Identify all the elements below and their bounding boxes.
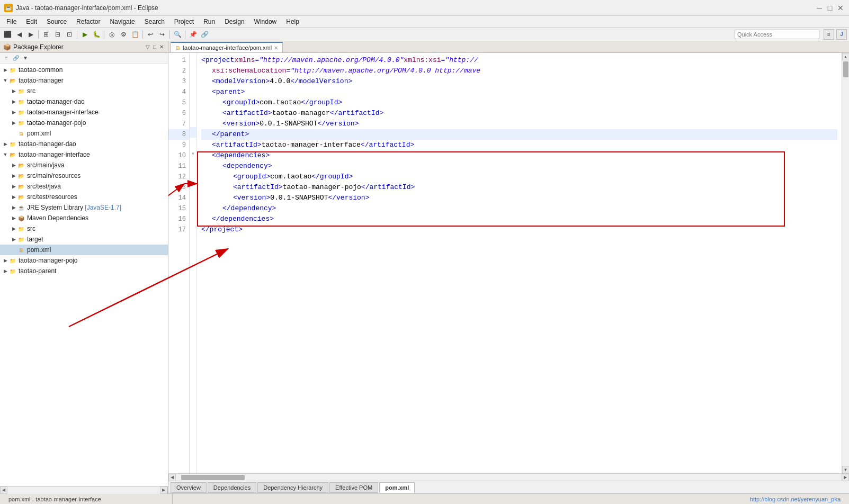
toolbar-run[interactable]: ▶ xyxy=(79,29,90,40)
perspective-btn-java[interactable]: J xyxy=(836,29,847,40)
tree-item-taotao-parent[interactable]: ▶ 📁 taotao-parent xyxy=(0,266,168,276)
tree-item-taotao-common[interactable]: ▶ 📁 taotao-common xyxy=(0,65,168,75)
maximize-button[interactable]: □ xyxy=(826,4,834,12)
code-text-version1: 0.0.1-SNAPSHOT xyxy=(260,119,317,129)
menu-run[interactable]: Run xyxy=(199,17,219,26)
bottom-tab-dep-hierarchy[interactable]: Dependency Hierarchy xyxy=(257,482,328,493)
menu-source[interactable]: Source xyxy=(42,17,71,26)
menu-file[interactable]: File xyxy=(2,17,21,26)
tree-item-jre[interactable]: ▶ ☕ JRE System Library [JavaSE-1.7] xyxy=(0,202,168,213)
toolbar-btn-12[interactable]: 🔍 xyxy=(172,29,183,40)
code-area[interactable]: <project xmlns = "http://maven.apache.or… xyxy=(197,53,842,473)
code-tag-groupid-close1: </groupId> xyxy=(301,97,342,108)
right-scrollbar[interactable]: ▲ ▼ xyxy=(842,53,849,473)
menu-search[interactable]: Search xyxy=(140,17,169,26)
toolbar-btn-8[interactable]: ⚙ xyxy=(118,29,129,40)
bottom-tab-dependencies[interactable]: Dependencies xyxy=(208,482,256,493)
status-left: pom.xml - taotao-manager-interface xyxy=(4,494,173,505)
code-line-15: </dependency> xyxy=(201,203,837,214)
tree-item-maven-deps[interactable]: ▶ 📦 Maven Dependencies xyxy=(0,213,168,223)
toolbar-btn-9[interactable]: 📋 xyxy=(130,29,140,40)
code-tag-version-open1: <version> xyxy=(222,119,260,129)
folder-icon-parent: 📁 xyxy=(8,267,17,275)
tree-label-manager-interface: taotao-manager-interface xyxy=(27,109,99,116)
code-tag-deps-close: </dependencies> xyxy=(212,214,274,224)
pe-maximize-btn[interactable]: □ xyxy=(152,44,157,50)
toolbar-btn-7[interactable]: ◎ xyxy=(106,29,117,40)
editor-tab-pom[interactable]: 🗎 taotao-manager-interface/pom.xml ✕ xyxy=(171,42,283,52)
menu-project[interactable]: Project xyxy=(170,17,198,26)
h-scroll-left-btn[interactable]: ◀ xyxy=(168,474,176,481)
title-bar-controls[interactable]: ─ □ ✕ xyxy=(815,4,845,12)
toolbar-debug[interactable]: 🐛 xyxy=(91,29,102,40)
tree-item-src-test-java[interactable]: ▶ 📂 src/test/java xyxy=(0,181,168,192)
minimize-button[interactable]: ─ xyxy=(815,4,824,12)
tree-item-manager-dao[interactable]: ▶ 📁 taotao-manager-dao xyxy=(0,96,168,107)
pe-close-btn[interactable]: ✕ xyxy=(158,44,165,50)
scroll-up-btn[interactable]: ▲ xyxy=(842,53,850,60)
tree-item-manager-pom[interactable]: 🗎 pom.xml xyxy=(0,128,168,139)
code-line-1: <project xmlns = "http://maven.apache.or… xyxy=(201,55,837,66)
tree-item-src-test-resources[interactable]: ▶ 📂 src/test/resources xyxy=(0,192,168,202)
menu-navigate[interactable]: Navigate xyxy=(105,17,139,26)
pe-menu-btn[interactable]: ▼ xyxy=(21,54,30,62)
perspective-btn-1[interactable]: ≡ xyxy=(824,29,834,40)
tree-item-manager-interface[interactable]: ▶ 📁 taotao-manager-interface xyxy=(0,107,168,118)
scroll-down-btn[interactable]: ▼ xyxy=(842,466,850,473)
toolbar-btn-11[interactable]: ↪ xyxy=(157,29,167,40)
tree-item-manager-src[interactable]: ▶ 📁 src xyxy=(0,86,168,96)
tree-area[interactable]: ▶ 📁 taotao-common ▼ 📂 taotao-manager ▶ 📁… xyxy=(0,64,168,486)
toolbar-btn-13[interactable]: 📌 xyxy=(187,29,198,40)
bottom-tab-effective-pom[interactable]: Effective POM xyxy=(329,482,378,493)
tree-item-interface-src[interactable]: ▶ 📁 src xyxy=(0,223,168,234)
toolbar-btn-4[interactable]: ⊞ xyxy=(41,29,51,40)
menu-refactor[interactable]: Refactor xyxy=(72,17,104,26)
menu-window[interactable]: Window xyxy=(250,17,281,26)
toolbar-btn-3[interactable]: ▶ xyxy=(25,29,36,40)
fold-13 xyxy=(190,180,196,191)
tree-arrow-parent: ▶ xyxy=(2,268,8,274)
pe-link-btn[interactable]: 🔗 xyxy=(12,54,20,62)
quick-access-input[interactable] xyxy=(735,30,819,39)
pe-controls: ▽ □ ✕ xyxy=(145,44,165,50)
toolbar-btn-10[interactable]: ↩ xyxy=(145,29,156,40)
bottom-tab-overview[interactable]: Overview xyxy=(171,482,207,493)
tree-item-taotao-manager-pojo[interactable]: ▶ 📁 taotao-manager-pojo xyxy=(0,255,168,266)
h-scroll-thumb[interactable] xyxy=(181,475,245,480)
close-button[interactable]: ✕ xyxy=(836,4,845,12)
toolbar-btn-2[interactable]: ◀ xyxy=(14,29,24,40)
menu-design[interactable]: Design xyxy=(220,17,248,26)
tree-item-interface-pom[interactable]: 🗎 pom.xml xyxy=(0,245,168,255)
pe-collapse-btn[interactable]: ≡ xyxy=(2,54,11,62)
tree-item-taotao-manager[interactable]: ▼ 📂 taotao-manager xyxy=(0,75,168,86)
scroll-thumb[interactable] xyxy=(843,61,848,77)
tree-label-manager-interface-top: taotao-manager-interface xyxy=(19,151,90,158)
tree-item-taotao-manager-dao[interactable]: ▶ 📁 taotao-manager-dao xyxy=(0,139,168,149)
bottom-scrollbar[interactable]: ◀ ▶ xyxy=(168,473,849,481)
left-scroll-right-btn[interactable]: ▶ xyxy=(160,487,167,494)
toolbar-btn-6[interactable]: ⊡ xyxy=(64,29,75,40)
left-scroll-left-btn[interactable]: ◀ xyxy=(0,487,7,494)
menu-edit[interactable]: Edit xyxy=(22,17,41,26)
fold-10[interactable]: ▼ xyxy=(190,148,196,159)
toolbar-btn-5[interactable]: ⊟ xyxy=(52,29,63,40)
tree-item-manager-pojo[interactable]: ▶ 📁 taotao-manager-pojo xyxy=(0,118,168,128)
tree-arrow-interface-src: ▶ xyxy=(11,226,17,232)
tree-item-taotao-manager-interface-top[interactable]: ▼ 📂 taotao-manager-interface xyxy=(0,149,168,160)
left-h-scrollbar[interactable]: ◀ ▶ xyxy=(0,486,168,493)
tab-close-pom[interactable]: ✕ xyxy=(274,45,278,51)
h-scroll-right-btn[interactable]: ▶ xyxy=(842,474,849,481)
code-tag-modelver-close: </modelVersion> xyxy=(290,76,352,87)
tree-item-src-main-java[interactable]: ▶ 📂 src/main/java xyxy=(0,160,168,170)
tree-item-interface-target[interactable]: ▶ 📁 target xyxy=(0,234,168,245)
code-attr-xsi: xmlns:xsi xyxy=(404,55,441,66)
bottom-tab-pom-xml[interactable]: pom.xml xyxy=(379,482,415,493)
toolbar-btn-14[interactable]: 🔗 xyxy=(199,29,210,40)
fold-strip: ▼ xyxy=(190,53,197,473)
toolbar-btn-1[interactable]: ⬛ xyxy=(2,29,13,40)
tree-item-src-main-resources[interactable]: ▶ 📂 src/main/resources xyxy=(0,170,168,181)
pe-minimize-btn[interactable]: ▽ xyxy=(145,44,151,50)
title-bar: ☕ Java - taotao-manager-interface/pom.xm… xyxy=(0,0,849,16)
folder-icon-manager-src: 📁 xyxy=(17,87,25,95)
menu-help[interactable]: Help xyxy=(282,17,303,26)
